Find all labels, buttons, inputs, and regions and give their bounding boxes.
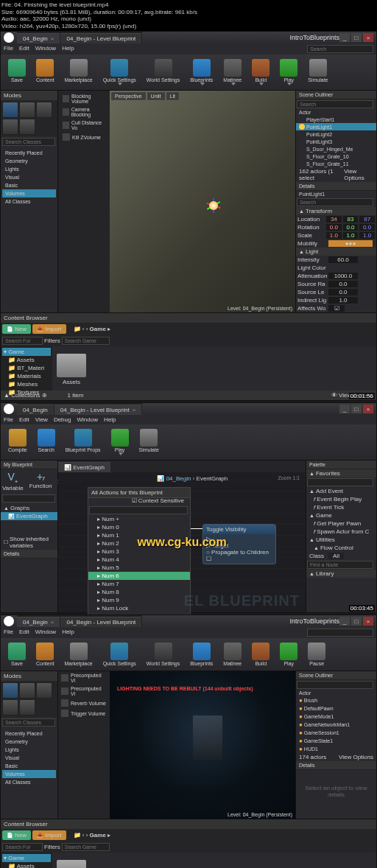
source-radius-row[interactable]: Source Ra0.0 xyxy=(296,280,376,288)
cb-tree-node[interactable]: 📁 Assets xyxy=(2,862,51,868)
tab-level[interactable]: 04_Begin× xyxy=(17,617,60,627)
context-menu-item[interactable]: ▸ Num 4 xyxy=(88,556,190,564)
event-graph-canvas[interactable]: 📊 04_Begin › EventGraph Zoom 1:1 All Act… xyxy=(58,472,306,612)
outliner-search-input[interactable] xyxy=(297,100,373,108)
viewport-perspective-button[interactable]: Perspective xyxy=(111,92,146,100)
context-sensitive-check[interactable]: ☑ Context Sensitive xyxy=(129,496,188,505)
cb-tree-node[interactable]: 📁 Assets xyxy=(2,356,51,364)
place-item[interactable]: Reverb Volume xyxy=(58,698,110,708)
class-filter[interactable]: Class All xyxy=(306,552,376,560)
play-button[interactable]: Play xyxy=(275,641,302,668)
context-menu-item[interactable]: ▸ Num 0 xyxy=(88,523,190,531)
folder-icon[interactable] xyxy=(57,860,86,868)
geometry-mode-icon[interactable] xyxy=(19,119,35,135)
menu-edit[interactable]: Edit xyxy=(19,45,29,53)
mode-cat-item[interactable]: Basic xyxy=(2,181,56,189)
outliner-row[interactable]: S_Floor_Grate_11 xyxy=(296,160,376,167)
play-button[interactable]: Play xyxy=(107,427,133,457)
tab-level[interactable]: 04_Begin xyxy=(17,405,54,415)
new-button[interactable]: 📄 New xyxy=(2,830,31,840)
outliner-row[interactable]: ● GameSession1 xyxy=(296,729,376,737)
mode-cat-item[interactable]: All Classes xyxy=(2,778,56,786)
outliner-row[interactable]: S_Floor_Grate_10 xyxy=(296,153,376,160)
affects-row[interactable]: Affects Wo☑ xyxy=(296,304,376,312)
flow-control-cat[interactable]: ▲Flow Control xyxy=(306,544,376,552)
show-inherited-check[interactable]: ☐ Show inherited variables xyxy=(1,535,57,550)
menu-file[interactable]: File xyxy=(4,629,13,637)
console-input[interactable] xyxy=(307,45,373,53)
cb-asset-area[interactable]: Assets xyxy=(52,346,376,391)
outliner-row[interactable]: ● Brush xyxy=(296,696,376,704)
menu-window[interactable]: Window xyxy=(77,416,97,423)
menu-file[interactable]: File xyxy=(4,45,13,53)
blueprints-button[interactable]: Blueprints xyxy=(186,57,217,87)
outliner-row[interactable]: ● HUD1 xyxy=(296,745,376,753)
outliner-search-input[interactable] xyxy=(297,681,373,689)
paint-mode-icon[interactable] xyxy=(19,682,35,699)
collections-button[interactable]: ▲ Collections ⊕ xyxy=(4,392,47,399)
event-tick[interactable]: f Event Tick xyxy=(306,503,376,511)
bp-props-button[interactable]: Blueprint Props xyxy=(61,427,105,457)
transform-section[interactable]: ▲ Transform xyxy=(296,207,376,215)
matinee-button[interactable]: Matinee xyxy=(219,641,246,668)
context-menu-item[interactable]: ▸ Num Lock xyxy=(88,604,190,612)
mode-cat-item[interactable]: Recently Placed xyxy=(2,729,56,738)
foliage-mode-icon[interactable] xyxy=(2,699,18,715)
get-player-pawn[interactable]: f Get Player Pawn xyxy=(306,519,376,528)
context-menu-item[interactable]: ▸ Num 8 xyxy=(88,588,190,596)
cb-tree-node[interactable]: 📁 Materials xyxy=(2,372,51,380)
filters-button[interactable]: Filters xyxy=(44,337,60,344)
attenuation-row[interactable]: Attenuation1000.0 xyxy=(296,272,376,280)
light-section[interactable]: ▲ Light xyxy=(296,248,376,256)
simulate-button[interactable]: Simulate xyxy=(135,427,163,457)
outliner-row[interactable]: PointLight2 xyxy=(296,130,376,138)
quick-settings-button[interactable]: Quick Settings xyxy=(99,57,141,87)
mode-cat-item[interactable]: Volumes xyxy=(2,770,56,778)
palette-search-input[interactable] xyxy=(307,478,373,486)
place-item[interactable]: Cull Distance Vo xyxy=(60,119,108,132)
level-viewport[interactable]: LIGHTING NEEDS TO BE REBUILT (144 unbuil… xyxy=(110,671,295,819)
close-tab-icon[interactable]: × xyxy=(51,35,54,42)
event-begin-play[interactable]: f Event Begin Play xyxy=(306,495,376,503)
menu-file[interactable]: File xyxy=(4,416,13,423)
mode-cat-item[interactable]: Lights xyxy=(2,746,56,754)
context-menu-item[interactable]: ▸ Num 6 xyxy=(88,572,190,580)
cb-search-input[interactable] xyxy=(2,337,43,345)
outliner-row[interactable]: ● GameNetworkMan1 xyxy=(296,721,376,729)
game-cat[interactable]: ▲Game xyxy=(306,511,376,519)
intensity-row[interactable]: Intensity60.0 xyxy=(296,256,376,264)
outliner-row[interactable]: PlayerStart1 xyxy=(296,116,376,123)
cb-search-input[interactable] xyxy=(2,843,43,851)
tab-level-bp[interactable]: 04_Begin - Level Blueprint× xyxy=(54,405,142,415)
menu-edit[interactable]: Edit xyxy=(19,416,29,423)
quick-settings-button[interactable]: Quick Settings xyxy=(99,641,141,668)
light-color-row[interactable]: Light Color xyxy=(296,264,376,272)
tab-level-bp[interactable]: 04_Begin - Level Blueprint xyxy=(60,617,141,627)
paint-mode-icon[interactable] xyxy=(19,102,35,118)
cb-search-game-input[interactable] xyxy=(62,843,110,851)
mode-cat-item[interactable]: Lights xyxy=(2,165,56,173)
minimize-icon[interactable]: _ xyxy=(339,405,350,413)
close-tab-icon[interactable]: × xyxy=(133,407,136,413)
foliage-mode-icon[interactable] xyxy=(2,119,18,135)
outliner-row[interactable]: ● DefaultPawn xyxy=(296,704,376,713)
landscape-mode-icon[interactable] xyxy=(36,682,52,699)
outliner-row[interactable]: ● GameMode1 xyxy=(296,713,376,721)
menu-debug[interactable]: Debug xyxy=(54,416,71,423)
place-item[interactable]: Precomputed Vi xyxy=(58,685,110,698)
import-button[interactable]: 📥 Import xyxy=(32,324,66,334)
build-button[interactable]: Build xyxy=(247,57,274,87)
find-node-input[interactable] xyxy=(307,561,373,569)
maximize-icon[interactable]: □ xyxy=(351,33,362,42)
simulate-button[interactable]: Simulate xyxy=(303,57,332,87)
maximize-icon[interactable]: □ xyxy=(351,405,362,413)
import-button[interactable]: 📥 Import xyxy=(32,830,66,840)
menu-help[interactable]: Help xyxy=(62,45,74,53)
place-item[interactable]: Camera Blocking xyxy=(60,105,108,119)
save-button[interactable]: Save xyxy=(4,641,30,668)
cb-search-game-input[interactable] xyxy=(62,337,110,345)
favorites-header[interactable]: ▲ Favorites xyxy=(306,469,376,477)
close-icon[interactable]: × xyxy=(363,33,373,42)
tab-level[interactable]: 04_Begin× xyxy=(17,33,60,43)
mode-cat-item[interactable]: Visual xyxy=(2,754,56,762)
